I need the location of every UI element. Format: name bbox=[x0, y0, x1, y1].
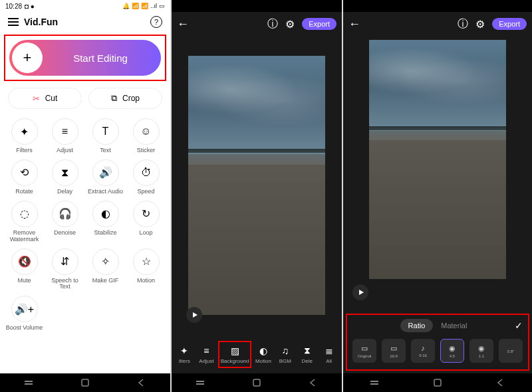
tool-speech-to-text[interactable]: ⇵Speech to Text bbox=[46, 248, 84, 291]
toolbar-label: Adjust bbox=[199, 358, 213, 364]
export-button[interactable]: Export bbox=[302, 18, 336, 30]
status-right: 🔔📶📶..ıl▭ bbox=[122, 3, 165, 9]
svg-rect-6 bbox=[370, 381, 378, 382]
tool-icon: ☺ bbox=[133, 118, 160, 145]
ratio-label: 9:16 bbox=[419, 353, 427, 357]
tool-sticker[interactable]: ☺Sticker bbox=[127, 118, 165, 154]
tool-motion[interactable]: ☆Motion bbox=[127, 248, 165, 291]
tool-boost-volume[interactable]: 🔊+Boost Volume bbox=[5, 296, 43, 332]
toolbar-label: Background bbox=[221, 358, 249, 364]
svg-rect-4 bbox=[196, 383, 204, 385]
toolbar-bgm[interactable]: ♫BGM bbox=[275, 342, 295, 367]
start-editing-highlight: + Start Editing bbox=[4, 35, 166, 81]
screen-editor-ratio: ← ⓘ ⚙ Export Ratio Material ✓ ▭Original▭… bbox=[343, 0, 532, 392]
tool-icon: ≡ bbox=[52, 118, 78, 145]
svg-rect-5 bbox=[253, 379, 260, 386]
tool-grid: ✦Filters≡AdjustTText☺Sticker⟲Rotate⧗Dela… bbox=[0, 113, 170, 337]
tool-remove-watermark[interactable]: ◌Remove Watermark bbox=[5, 201, 43, 243]
tool-label: Remove Watermark bbox=[5, 230, 43, 243]
recents-icon[interactable] bbox=[195, 377, 205, 388]
ratio-original[interactable]: ▭Original bbox=[352, 339, 376, 363]
tool-icon: ⧗ bbox=[52, 159, 78, 186]
home-icon[interactable] bbox=[251, 377, 262, 388]
tool-make-gif[interactable]: ✧Make GIF bbox=[86, 248, 124, 291]
status-app-icon: ◘ ● bbox=[25, 3, 35, 10]
plus-icon: + bbox=[12, 43, 43, 73]
status-bar bbox=[172, 0, 342, 12]
svg-rect-1 bbox=[25, 383, 33, 385]
ratio-label: 16:9 bbox=[390, 354, 398, 358]
recents-icon[interactable] bbox=[369, 377, 380, 388]
svg-rect-8 bbox=[434, 379, 441, 386]
tool-mute[interactable]: 🔇Mute bbox=[5, 248, 43, 291]
tab-ratio[interactable]: Ratio bbox=[400, 319, 434, 332]
tool-text[interactable]: TText bbox=[86, 118, 124, 154]
video-preview[interactable] bbox=[369, 40, 506, 279]
ratio-169[interactable]: ▭16:9 bbox=[382, 339, 406, 363]
tool-denoise[interactable]: 🎧Denoise bbox=[46, 201, 84, 243]
crop-button[interactable]: ⧉ Crop bbox=[88, 88, 162, 109]
tab-material[interactable]: Material bbox=[433, 319, 475, 332]
back-arrow-icon[interactable]: ← bbox=[177, 17, 189, 31]
home-icon[interactable] bbox=[432, 377, 443, 388]
ratio-11[interactable]: ◉1:1 bbox=[469, 339, 493, 363]
help-icon[interactable]: ⓘ bbox=[458, 19, 468, 29]
toolbar-icon: ♫ bbox=[279, 345, 291, 357]
cut-button[interactable]: ✂ Cut bbox=[8, 88, 82, 109]
editor-toolbar: ✦ilters≡Adjust▨Background◐Motion♫BGM⧗Del… bbox=[172, 335, 342, 373]
tool-rotate[interactable]: ⟲Rotate bbox=[5, 159, 43, 195]
tool-label: Stabilize bbox=[94, 230, 116, 237]
ratio-glyph-icon: ▭ bbox=[390, 344, 397, 353]
toolbar-all[interactable]: ≣All bbox=[319, 342, 339, 367]
tool-icon: 🔇 bbox=[11, 248, 38, 275]
back-icon[interactable] bbox=[136, 377, 147, 388]
toolbar-motion[interactable]: ◐Motion bbox=[253, 342, 273, 367]
ratio-58[interactable]: 5.8" bbox=[499, 339, 523, 363]
svg-rect-0 bbox=[25, 381, 33, 382]
back-icon[interactable] bbox=[308, 377, 319, 388]
help-icon[interactable]: ⓘ bbox=[267, 19, 278, 29]
tool-icon: ✦ bbox=[11, 118, 38, 145]
tool-icon: 🔊+ bbox=[11, 296, 38, 322]
tool-label: Motion bbox=[137, 278, 155, 284]
toolbar-icon: ◐ bbox=[257, 345, 269, 357]
play-button[interactable] bbox=[186, 307, 202, 323]
settings-icon[interactable]: ⚙ bbox=[475, 19, 485, 29]
tool-label: Speed bbox=[137, 189, 154, 195]
tool-icon: 🔊 bbox=[92, 159, 119, 186]
play-button[interactable] bbox=[352, 284, 368, 300]
toolbar-ilters[interactable]: ✦ilters bbox=[174, 342, 195, 367]
ratio-label: 4:5 bbox=[450, 354, 455, 358]
video-preview[interactable] bbox=[188, 56, 325, 315]
toolbar-adjust[interactable]: ≡Adjust bbox=[196, 342, 217, 367]
toolbar-dele[interactable]: ⧗Dele bbox=[297, 342, 317, 367]
export-button[interactable]: Export bbox=[492, 18, 527, 30]
recents-icon[interactable] bbox=[23, 377, 34, 388]
back-arrow-icon[interactable]: ← bbox=[348, 17, 360, 31]
tool-icon: ◌ bbox=[11, 201, 38, 227]
tool-icon: ⏱ bbox=[133, 159, 160, 186]
tool-speed[interactable]: ⏱Speed bbox=[127, 159, 165, 195]
tool-extract-audio[interactable]: 🔊Extract Audio bbox=[86, 159, 124, 195]
tool-delay[interactable]: ⧗Delay bbox=[46, 159, 84, 195]
tool-loop[interactable]: ↻Loop bbox=[127, 201, 165, 243]
settings-icon[interactable]: ⚙ bbox=[285, 19, 295, 29]
help-icon[interactable]: ? bbox=[150, 16, 162, 28]
tool-stabilize[interactable]: ◐Stabilize bbox=[86, 201, 124, 243]
tool-icon: 🎧 bbox=[52, 201, 78, 227]
ratio-45[interactable]: ◉4:5 bbox=[440, 339, 464, 363]
tool-label: Extract Audio bbox=[88, 189, 123, 195]
confirm-check-icon[interactable]: ✓ bbox=[515, 320, 523, 331]
status-time: 10:28 bbox=[5, 3, 22, 10]
toolbar-label: BGM bbox=[279, 358, 291, 364]
menu-icon[interactable] bbox=[8, 18, 19, 26]
toolbar-background[interactable]: ▨Background bbox=[218, 341, 252, 368]
back-icon[interactable] bbox=[495, 377, 506, 388]
tool-adjust[interactable]: ≡Adjust bbox=[46, 118, 84, 154]
start-editing-button[interactable]: + Start Editing bbox=[9, 40, 161, 76]
tool-label: Filters bbox=[16, 147, 33, 154]
home-icon[interactable] bbox=[80, 377, 90, 388]
tool-filters[interactable]: ✦Filters bbox=[5, 118, 43, 154]
video-preview-area bbox=[172, 36, 342, 335]
ratio-916[interactable]: ♪9:16 bbox=[411, 339, 435, 363]
